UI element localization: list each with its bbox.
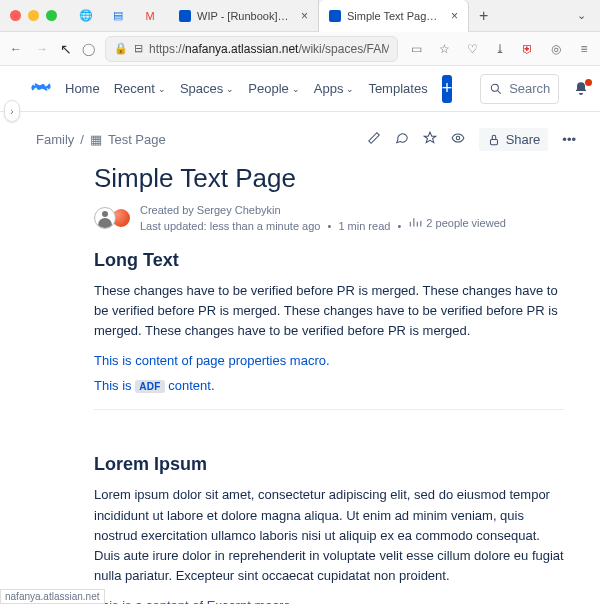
menu-icon[interactable]: ≡ (576, 42, 592, 56)
url-text: https://nafanya.atlassian.net/wiki/space… (149, 42, 389, 56)
extensions-icon[interactable]: ◎ (548, 42, 564, 56)
back-button[interactable]: ← (8, 42, 24, 56)
forward-button[interactable]: → (34, 42, 50, 56)
browser-status-bar: nafanya.atlassian.net (0, 589, 105, 604)
confluence-logo[interactable] (31, 77, 51, 100)
read-time: 1 min read (338, 220, 390, 232)
folder-icon: ▦ (90, 132, 102, 147)
gmail-icon[interactable]: M (143, 9, 157, 23)
svg-line-1 (498, 90, 501, 93)
bookmark-icon[interactable]: ☆ (436, 42, 452, 56)
share-button[interactable]: Share (479, 128, 549, 151)
tab-label: WIP - [Runbook] Change manag… (197, 10, 291, 22)
breadcrumb-page[interactable]: Test Page (108, 132, 166, 147)
nav-apps[interactable]: Apps⌄ (314, 81, 355, 96)
macro-link[interactable]: This is content of page properties macro… (94, 353, 564, 368)
breadcrumb: Family / ▦ Test Page (36, 132, 166, 147)
section-heading: Long Text (94, 250, 564, 271)
page-byline: Created by Sergey Chebykin Last updated:… (94, 204, 564, 232)
confluence-favicon (179, 10, 191, 22)
contributor-avatars[interactable] (94, 207, 132, 229)
tab-label: Simple Text Page - Family - Con (347, 10, 441, 22)
paragraph: Lorem ipsum dolor sit amet, consectetur … (94, 485, 564, 586)
chevron-down-icon: ⌄ (158, 84, 166, 94)
new-tab-button[interactable]: + (469, 7, 498, 25)
cursor-icon: ↖ (60, 41, 72, 57)
nav-home[interactable]: Home (65, 81, 100, 96)
created-by: Created by Sergey Chebykin (140, 204, 506, 216)
search-placeholder: Search (509, 81, 550, 96)
notifications-icon[interactable] (573, 81, 589, 97)
excerpt-macro: This is a content of Excerpt macro. (94, 598, 564, 604)
download-icon[interactable]: ⤓ (492, 42, 508, 56)
star-icon[interactable] (423, 131, 437, 148)
shield-icon[interactable]: ◯ (82, 42, 95, 56)
minimize-window[interactable] (28, 10, 39, 21)
window-controls[interactable] (0, 3, 67, 28)
ublock-icon[interactable]: ⛨ (520, 42, 536, 56)
breadcrumb-space[interactable]: Family (36, 132, 74, 147)
adf-line: This is ADF content. (94, 378, 564, 393)
search-icon (489, 82, 503, 96)
last-updated: Last updated: less than a minute ago (140, 220, 320, 232)
close-tab-icon[interactable]: × (301, 9, 308, 23)
sidebar-expand-handle[interactable]: › (4, 100, 20, 122)
docs-icon[interactable]: ▤ (111, 9, 125, 23)
adf-badge: ADF (135, 380, 164, 393)
search-input[interactable]: Search (480, 74, 559, 104)
analytics-icon (408, 216, 422, 230)
nav-templates[interactable]: Templates (368, 81, 427, 96)
svg-rect-5 (490, 139, 497, 144)
edit-icon[interactable] (367, 131, 381, 148)
chevron-down-icon: ⌄ (292, 84, 300, 94)
browser-tab[interactable]: WIP - [Runbook] Change manag… × (169, 0, 319, 32)
comment-icon[interactable] (395, 131, 409, 148)
web-icon[interactable]: 🌐 (79, 9, 93, 23)
permissions-icon[interactable]: ⊟ (134, 42, 143, 55)
avatar[interactable] (94, 207, 116, 229)
create-button[interactable]: + (442, 75, 453, 103)
divider (94, 409, 564, 410)
paragraph: These changes have to be verified before… (94, 281, 564, 341)
nav-recent[interactable]: Recent⌄ (114, 81, 166, 96)
lock-icon: 🔒 (114, 42, 128, 55)
watch-icon[interactable] (451, 131, 465, 148)
confluence-favicon (329, 10, 341, 22)
app-switcher-icon[interactable] (14, 80, 17, 98)
page-title: Simple Text Page (94, 163, 564, 194)
section-heading: Lorem Ipsum (94, 454, 564, 475)
lock-icon (487, 133, 501, 147)
nav-people[interactable]: People⌄ (248, 81, 299, 96)
address-bar[interactable]: 🔒 ⊟ https://nafanya.atlassian.net/wiki/s… (105, 36, 398, 62)
reader-icon[interactable]: ▭ (408, 42, 424, 56)
maximize-window[interactable] (46, 10, 57, 21)
svg-point-4 (456, 136, 460, 140)
tabs-dropdown-icon[interactable]: ⌄ (563, 9, 600, 22)
chevron-down-icon: ⌄ (346, 84, 354, 94)
nav-spaces[interactable]: Spaces⌄ (180, 81, 234, 96)
more-actions-icon[interactable]: ••• (562, 132, 576, 147)
svg-point-0 (491, 84, 498, 91)
close-tab-icon[interactable]: × (451, 9, 458, 23)
heart-icon[interactable]: ♡ (464, 42, 480, 56)
browser-tab-active[interactable]: Simple Text Page - Family - Con × (319, 0, 469, 32)
chevron-down-icon: ⌄ (226, 84, 234, 94)
analytics-link[interactable]: 2 people viewed (408, 216, 506, 230)
close-window[interactable] (10, 10, 21, 21)
